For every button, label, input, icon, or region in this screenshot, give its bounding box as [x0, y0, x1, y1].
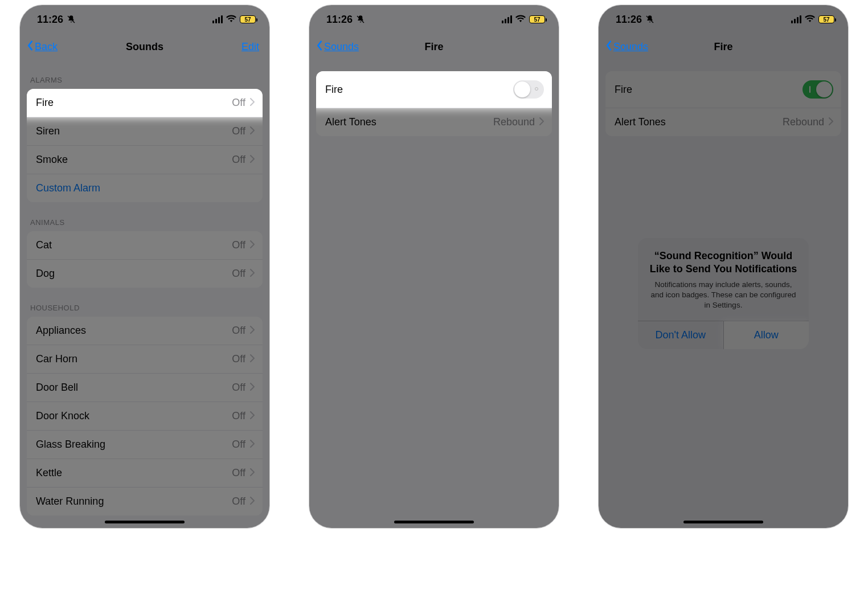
row-label: Custom Alarm	[36, 182, 100, 194]
row-appliances[interactable]: AppliancesOff	[27, 317, 263, 345]
battery-indicator: 57	[818, 15, 834, 23]
row-value: Off	[232, 125, 245, 137]
chevron-right-icon	[250, 125, 255, 137]
nav-bar: Back Sounds Edit	[20, 34, 269, 60]
wifi-icon	[226, 14, 236, 26]
row-value: Off	[232, 410, 245, 422]
fire-toggle-off[interactable]	[513, 80, 544, 99]
status-bar: 11:26 57	[20, 5, 269, 34]
battery-percent: 57	[823, 17, 829, 23]
row-label: Door Bell	[36, 382, 78, 394]
row-fire[interactable]: Fire Off	[27, 89, 263, 117]
status-bar: 11:26 57	[309, 5, 559, 34]
animals-group: Cat Off Dog Off	[27, 231, 263, 288]
row-label: Smoke	[36, 154, 68, 166]
back-button[interactable]: Sounds	[316, 40, 359, 54]
chevron-right-icon	[250, 97, 255, 109]
page-title: Fire	[424, 41, 443, 53]
battery-percent: 57	[534, 17, 540, 23]
row-door-bell[interactable]: Door BellOff	[27, 374, 263, 402]
chevron-right-icon	[250, 268, 255, 280]
dim-overlay	[599, 5, 848, 528]
row-label: Cat	[36, 239, 52, 251]
home-indicator[interactable]	[394, 521, 474, 523]
row-label: Fire	[325, 84, 343, 96]
back-button[interactable]: Back	[27, 40, 58, 54]
home-indicator[interactable]	[683, 521, 763, 523]
chevron-right-icon	[250, 382, 255, 394]
chevron-right-icon	[250, 410, 255, 422]
silent-mode-icon	[645, 15, 654, 24]
status-time: 11:26	[326, 14, 353, 26]
row-siren[interactable]: Siren Off	[27, 117, 263, 146]
row-fire-toggle[interactable]: Fire	[316, 71, 552, 108]
chevron-right-icon	[250, 467, 255, 479]
back-label: Sounds	[324, 41, 359, 53]
row-label: Alert Tones	[325, 116, 376, 128]
wifi-icon	[805, 14, 815, 26]
row-value: Rebound	[493, 116, 535, 128]
row-cat[interactable]: Cat Off	[27, 231, 263, 260]
cellular-signal-icon	[212, 15, 223, 23]
chevron-right-icon	[539, 116, 544, 128]
section-header-animals: Animals	[20, 202, 269, 231]
cellular-signal-icon	[502, 15, 512, 23]
chevron-right-icon	[250, 325, 255, 337]
row-label: Appliances	[36, 325, 86, 337]
row-value: Off	[232, 325, 245, 337]
row-custom-alarm[interactable]: Custom Alarm	[27, 174, 263, 202]
silent-mode-icon	[356, 15, 365, 24]
section-header-household: Household	[20, 288, 269, 317]
battery-indicator: 57	[240, 15, 256, 23]
row-value: Off	[232, 496, 245, 507]
chevron-right-icon	[250, 353, 255, 365]
row-value: Off	[232, 239, 245, 251]
row-label: Kettle	[36, 467, 62, 479]
row-door-knock[interactable]: Door KnockOff	[27, 402, 263, 431]
chevron-right-icon	[250, 154, 255, 166]
chevron-right-icon	[250, 439, 255, 451]
page-title: Sounds	[126, 41, 163, 53]
battery-indicator: 57	[529, 15, 545, 23]
row-car-horn[interactable]: Car HornOff	[27, 345, 263, 374]
nav-bar: Sounds Fire	[599, 34, 848, 60]
back-button[interactable]: Sounds	[605, 40, 648, 54]
row-label: Siren	[36, 125, 60, 137]
row-label: Car Horn	[36, 353, 77, 365]
fire-group: Fire Alert Tones Rebound	[316, 71, 552, 136]
nav-bar: Sounds Fire	[309, 34, 559, 60]
row-value: Off	[232, 353, 245, 365]
edit-button[interactable]: Edit	[241, 41, 259, 53]
row-label: Door Knock	[36, 410, 89, 422]
back-label: Back	[35, 41, 58, 53]
row-value: Off	[232, 439, 245, 451]
wifi-icon	[515, 14, 526, 26]
row-water-running[interactable]: Water RunningOff	[27, 488, 263, 515]
row-label: Fire	[36, 97, 54, 109]
row-smoke[interactable]: Smoke Off	[27, 146, 263, 174]
row-alert-tones[interactable]: Alert Tones Rebound	[316, 108, 552, 136]
section-header-alarms: Alarms	[20, 60, 269, 89]
row-value: Off	[232, 382, 245, 394]
chevron-right-icon	[250, 496, 255, 507]
alarms-group: Fire Off Siren Off Smoke Off Custom Alar…	[27, 89, 263, 202]
home-indicator[interactable]	[105, 521, 185, 523]
status-time: 11:26	[616, 14, 642, 26]
screen-fire-detail-off: 11:26 57 Sounds Fire Fire Alert Tones Re…	[309, 5, 559, 529]
row-dog[interactable]: Dog Off	[27, 260, 263, 288]
row-label: Water Running	[36, 496, 104, 507]
cellular-signal-icon	[791, 15, 801, 23]
row-glass-breaking[interactable]: Glass BreakingOff	[27, 431, 263, 459]
status-bar: 11:26 57	[599, 5, 848, 34]
row-label: Glass Breaking	[36, 439, 105, 451]
household-group: AppliancesOff Car HornOff Door BellOff D…	[27, 317, 263, 515]
chevron-right-icon	[250, 239, 255, 251]
chevron-left-icon	[316, 40, 323, 54]
silent-mode-icon	[67, 15, 76, 24]
row-value: Off	[232, 97, 245, 109]
page-title: Fire	[714, 41, 732, 53]
screen-fire-detail-alert: 11:26 57 Sounds Fire Fire Alert Tones Re…	[598, 5, 849, 529]
screen-sounds-list: 11:26 57 Back Sounds Edit Alarms Fire Of…	[19, 5, 270, 529]
row-value: Off	[232, 467, 245, 479]
row-kettle[interactable]: KettleOff	[27, 459, 263, 488]
